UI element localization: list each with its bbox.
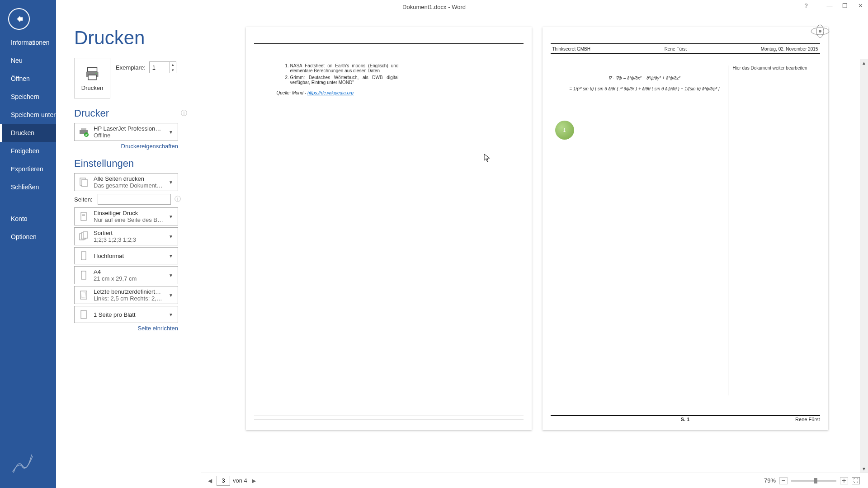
prev-page-button[interactable]: ◀ bbox=[206, 478, 214, 484]
minimize-icon[interactable]: — bbox=[822, 0, 837, 11]
source-link[interactable]: https://de.wikipedia.org bbox=[307, 90, 354, 95]
sidebar-item-export[interactable]: Exportieren bbox=[0, 160, 56, 178]
page-setup-link[interactable]: Seite einrichten bbox=[74, 325, 178, 332]
papersize-l2: 21 cm x 29,7 cm bbox=[94, 275, 163, 282]
scroll-up-icon[interactable]: ▲ bbox=[860, 59, 868, 67]
collate-l2: 1;2;3 1;2;3 1;2;3 bbox=[94, 236, 163, 243]
svg-rect-2 bbox=[88, 75, 96, 80]
sidebar-item-save[interactable]: Speichern bbox=[0, 88, 56, 106]
help-icon[interactable]: ? bbox=[798, 0, 814, 11]
printer-status-icon bbox=[77, 126, 90, 138]
collate-l1: Sortiert bbox=[94, 230, 163, 236]
preview-scrollbar[interactable]: ▲ ▼ bbox=[860, 59, 868, 473]
sidebar-item-label: Öffnen bbox=[11, 75, 30, 82]
app-logo-icon bbox=[0, 441, 56, 488]
reference-item: Grimm: Deutsches Wörterbuch, als DWB dig… bbox=[290, 75, 399, 85]
margins-dropdown[interactable]: Letzte benutzerdefinierte Sei… Links: 2,… bbox=[74, 286, 178, 304]
sidebar-item-label: Neu bbox=[11, 57, 23, 64]
annotation-badge: 1 bbox=[555, 121, 574, 140]
svg-rect-8 bbox=[82, 179, 87, 187]
svg-rect-15 bbox=[81, 252, 86, 260]
pages-icon bbox=[77, 176, 90, 188]
margins-icon bbox=[77, 289, 90, 301]
oneside-icon bbox=[77, 210, 90, 223]
settings-heading: Einstellungen bbox=[74, 158, 134, 169]
chevron-down-icon: ▼ bbox=[167, 293, 175, 298]
print-range-dropdown[interactable]: Alle Seiten drucken Das gesamte Dokument… bbox=[74, 173, 178, 191]
print-range-l2: Das gesamte Dokument dru… bbox=[94, 182, 163, 189]
header-logo-icon bbox=[810, 24, 830, 38]
zoom-fit-button[interactable]: ⛶ bbox=[852, 477, 860, 484]
current-page-input[interactable] bbox=[217, 476, 230, 486]
print-button[interactable]: Drucken bbox=[74, 58, 110, 99]
preview-page-1: Thinksecret GMBH Rene Fürst Montag, 02. … bbox=[542, 27, 828, 430]
sidebar-item-label: Speichern bbox=[11, 93, 39, 100]
margin-note: Hier das Dokument weiter bearbeiten bbox=[728, 66, 818, 395]
copies-spinner[interactable]: ▲ ▼ bbox=[149, 61, 176, 73]
chevron-down-icon: ▼ bbox=[167, 180, 175, 185]
printer-dropdown[interactable]: HP LaserJet Professional CP… Offline ▼ bbox=[74, 123, 178, 141]
scroll-down-icon[interactable]: ▼ bbox=[860, 465, 868, 473]
restore-icon[interactable]: ❐ bbox=[837, 0, 853, 11]
total-pages-label: von 4 bbox=[233, 477, 247, 484]
sidebar-item-saveas[interactable]: Speichern unter bbox=[0, 106, 56, 124]
printer-status: Offline bbox=[94, 132, 163, 139]
svg-point-6 bbox=[84, 132, 89, 137]
header-company: Thinksecret GMBH bbox=[552, 47, 590, 52]
close-icon[interactable]: ✕ bbox=[853, 0, 868, 11]
oneside-dropdown[interactable]: Einseitiger Druck Nur auf eine Seite des… bbox=[74, 207, 178, 225]
sidebar-item-open[interactable]: Öffnen bbox=[0, 70, 56, 88]
sidebar-item-account[interactable]: Konto bbox=[0, 210, 56, 228]
printer-properties-link[interactable]: Druckereigenschaften bbox=[74, 143, 178, 150]
chevron-down-icon: ▼ bbox=[167, 234, 175, 239]
svg-point-3 bbox=[96, 72, 97, 74]
svg-rect-19 bbox=[81, 310, 86, 319]
pagespersheet-dropdown[interactable]: 1 Seite pro Blatt ▼ bbox=[74, 306, 178, 323]
pagespersheet-icon bbox=[77, 308, 90, 321]
sidebar-item-new[interactable]: Neu bbox=[0, 52, 56, 70]
window-title: Dokument1.docx - Word bbox=[402, 4, 466, 10]
sidebar-item-print[interactable]: Drucken bbox=[0, 124, 56, 142]
collate-dropdown[interactable]: Sortiert 1;2;3 1;2;3 1;2;3 ▼ bbox=[74, 227, 178, 245]
sidebar-item-info[interactable]: Informationen bbox=[0, 33, 56, 52]
zoom-slider[interactable] bbox=[791, 480, 836, 482]
zoom-in-button[interactable]: + bbox=[840, 477, 848, 484]
svg-rect-16 bbox=[81, 271, 86, 279]
zoom-value: 79% bbox=[764, 477, 776, 484]
sidebar-item-label: Optionen bbox=[11, 233, 37, 240]
formula-line-1: ∇ · ∇ψ = ∂²ψ/∂x² + ∂²ψ/∂y² + ∂²ψ/∂z² bbox=[569, 75, 721, 82]
copies-up-icon[interactable]: ▲ bbox=[170, 62, 176, 67]
print-button-label: Drucken bbox=[81, 84, 103, 91]
pages-label: Seiten: bbox=[74, 196, 94, 203]
pagespersheet-l1: 1 Seite pro Blatt bbox=[94, 311, 163, 318]
svg-point-22 bbox=[819, 30, 821, 33]
printer-info-icon[interactable]: ⓘ bbox=[181, 109, 187, 117]
page-title: Drucken bbox=[74, 27, 187, 49]
copies-input[interactable] bbox=[150, 62, 170, 73]
next-page-button[interactable]: ▶ bbox=[250, 478, 258, 484]
sidebar-item-label: Informationen bbox=[11, 39, 50, 46]
sidebar-item-share[interactable]: Freigeben bbox=[0, 142, 56, 160]
back-button[interactable] bbox=[8, 8, 30, 30]
zoom-out-button[interactable]: − bbox=[779, 477, 788, 484]
sidebar-item-close[interactable]: Schließen bbox=[0, 178, 56, 196]
orientation-l1: Hochformat bbox=[94, 253, 163, 259]
margins-l1: Letzte benutzerdefinierte Sei… bbox=[94, 288, 163, 295]
copies-down-icon[interactable]: ▼ bbox=[170, 67, 176, 73]
formula-line-2: = 1/(r² sin θ) [ sin θ ∂/∂r ( r² ∂ψ/∂r )… bbox=[569, 85, 721, 93]
chevron-down-icon: ▼ bbox=[167, 253, 175, 258]
pages-info-icon[interactable]: ⓘ bbox=[175, 195, 181, 203]
sidebar-item-options[interactable]: Optionen bbox=[0, 228, 56, 246]
chevron-down-icon: ▼ bbox=[167, 130, 175, 135]
papersize-dropdown[interactable]: A4 21 cm x 29,7 cm ▼ bbox=[74, 266, 178, 284]
preview-page-3: NASA Factsheet on Earth's moons (Englisc… bbox=[246, 27, 532, 430]
svg-rect-14 bbox=[83, 232, 88, 238]
svg-rect-5 bbox=[81, 128, 86, 130]
oneside-l1: Einseitiger Druck bbox=[94, 210, 163, 216]
orientation-dropdown[interactable]: Hochformat ▼ bbox=[74, 247, 178, 264]
sidebar-item-label: Freigeben bbox=[11, 147, 39, 155]
printer-name: HP LaserJet Professional CP… bbox=[94, 125, 163, 132]
chevron-down-icon: ▼ bbox=[167, 312, 175, 317]
pages-input[interactable] bbox=[98, 194, 171, 205]
header-date: Montag, 02. November 2015 bbox=[761, 47, 818, 52]
